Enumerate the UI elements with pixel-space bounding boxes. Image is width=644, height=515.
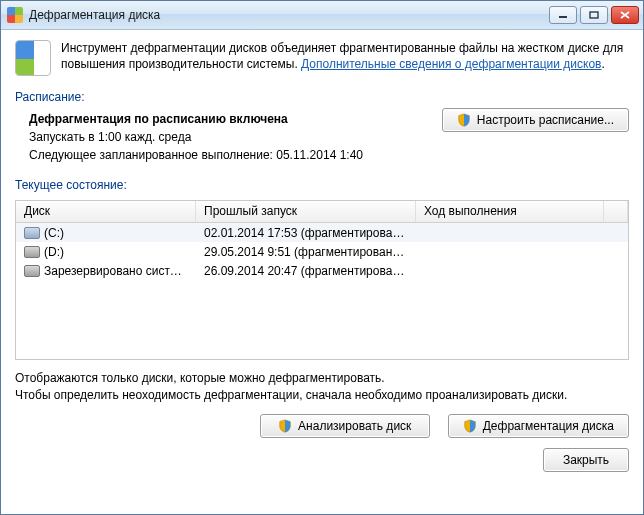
intro-text-after: .: [601, 57, 604, 71]
intro-text: Инструмент дефрагментации дисков объедин…: [61, 40, 629, 76]
analyze-disk-label: Анализировать диск: [298, 419, 411, 433]
footer-line1: Отображаются только диски, которые можно…: [15, 370, 629, 387]
configure-schedule-label: Настроить расписание...: [477, 113, 614, 127]
maximize-icon: [589, 11, 599, 19]
intro-help-link[interactable]: Дополнительные сведения о дефрагментации…: [301, 57, 601, 71]
shield-icon: [278, 419, 292, 433]
footer-note: Отображаются только диски, которые можно…: [15, 370, 629, 404]
disk-last-run: 29.05.2014 9:51 (фрагментировано 0%): [196, 245, 416, 259]
disk-label: Зарезервировано системой: [44, 264, 196, 278]
col-header-last-run[interactable]: Прошлый запуск: [196, 201, 416, 222]
col-header-disk[interactable]: Диск: [16, 201, 196, 222]
defrag-disk-label: Дефрагментация диска: [483, 419, 614, 433]
col-header-pad: [604, 201, 628, 222]
minimize-button[interactable]: [549, 6, 577, 24]
configure-schedule-button[interactable]: Настроить расписание...: [442, 108, 629, 132]
disk-table: Диск Прошлый запуск Ход выполнения (C:) …: [15, 200, 629, 360]
disk-hd-icon: [24, 265, 40, 277]
col-header-progress[interactable]: Ход выполнения: [416, 201, 604, 222]
table-row[interactable]: (C:) 02.01.2014 17:53 (фрагментировано 0…: [16, 223, 628, 242]
disk-os-icon: [24, 227, 40, 239]
content-area: Инструмент дефрагментации дисков объедин…: [1, 30, 643, 514]
svg-rect-1: [590, 12, 598, 18]
analyze-disk-button[interactable]: Анализировать диск: [260, 414, 430, 438]
titlebar: Дефрагментация диска: [1, 1, 643, 30]
state-section-label: Текущее состояние:: [15, 178, 629, 192]
disk-hd-icon: [24, 246, 40, 258]
disk-last-run: 26.09.2014 20:47 (фрагментировано 0%): [196, 264, 416, 278]
intro-block: Инструмент дефрагментации дисков объедин…: [15, 40, 629, 76]
close-button-label: Закрыть: [563, 453, 609, 467]
disk-last-run: 02.01.2014 17:53 (фрагментировано 0%): [196, 226, 416, 240]
window-title: Дефрагментация диска: [29, 8, 549, 22]
table-row[interactable]: (D:) 29.05.2014 9:51 (фрагментировано 0%…: [16, 242, 628, 261]
disk-table-body: (C:) 02.01.2014 17:53 (фрагментировано 0…: [16, 223, 628, 280]
minimize-icon: [558, 11, 568, 19]
close-window-button[interactable]: [611, 6, 639, 24]
schedule-next-run: Следующее запланированное выполнение: 05…: [29, 148, 629, 162]
svg-rect-0: [559, 16, 567, 18]
close-button-row: Закрыть: [15, 448, 629, 472]
defrag-disk-button[interactable]: Дефрагментация диска: [448, 414, 629, 438]
schedule-section-label: Расписание:: [15, 90, 629, 104]
disk-label: (C:): [44, 226, 64, 240]
disk-label: (D:): [44, 245, 64, 259]
defrag-window: Дефрагментация диска Инструмент дефрагме…: [0, 0, 644, 515]
defrag-large-icon: [15, 40, 51, 76]
shield-icon: [457, 113, 471, 127]
shield-icon: [463, 419, 477, 433]
close-icon: [620, 11, 630, 19]
schedule-run-at: Запускать в 1:00 кажд. среда: [29, 130, 629, 144]
close-button[interactable]: Закрыть: [543, 448, 629, 472]
table-row[interactable]: Зарезервировано системой 26.09.2014 20:4…: [16, 261, 628, 280]
maximize-button[interactable]: [580, 6, 608, 24]
defrag-app-icon: [7, 7, 23, 23]
window-buttons: [549, 6, 639, 24]
footer-line2: Чтобы определить неоходимость дефрагмент…: [15, 387, 629, 404]
action-buttons-row: Анализировать диск Дефрагментация диска: [15, 414, 629, 438]
schedule-box: Настроить расписание... Дефрагментация п…: [15, 108, 629, 172]
disk-table-header: Диск Прошлый запуск Ход выполнения: [16, 201, 628, 223]
